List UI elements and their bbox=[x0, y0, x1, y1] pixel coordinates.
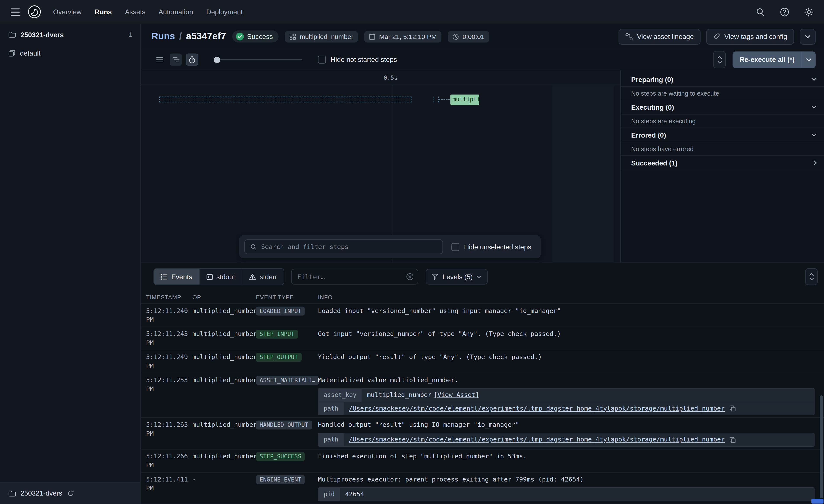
status-section-succeeded: Succeeded (1) bbox=[621, 156, 824, 170]
vertical-scrollbar-thumb[interactable] bbox=[820, 395, 823, 498]
log-row[interactable]: 5:12:11.240 PM multiplied_number LOADED_… bbox=[141, 304, 824, 327]
levels-dropdown[interactable]: Levels (5) bbox=[426, 269, 488, 285]
storage-path-link[interactable]: /Users/smackesey/stm/code/elementl/exper… bbox=[343, 404, 727, 413]
hide-not-started-checkbox[interactable]: Hide not started steps bbox=[318, 55, 397, 64]
step-search-box bbox=[244, 239, 443, 254]
tab-stdout[interactable]: stdout bbox=[199, 269, 242, 285]
status-section-preparing: Preparing (0) No steps are waiting to ex… bbox=[621, 73, 824, 100]
storage-path-link[interactable]: /Users/smackesey/stm/code/elementl/exper… bbox=[343, 435, 727, 444]
event-type-badge: ASSET_MATERIALI… bbox=[256, 376, 319, 385]
clear-filter-icon[interactable] bbox=[406, 273, 414, 280]
tab-stdout-label: stdout bbox=[216, 273, 235, 280]
log-row[interactable]: 5:12:11.249 PM multiplied_number STEP_OU… bbox=[141, 350, 824, 373]
section-title: Preparing (0) bbox=[631, 75, 673, 83]
nav-automation[interactable]: Automation bbox=[159, 8, 193, 16]
tab-events[interactable]: Events bbox=[154, 269, 199, 285]
view-asset-link[interactable]: [View Asset] bbox=[434, 391, 479, 399]
step-search-input[interactable] bbox=[261, 243, 437, 250]
re-execute-all-button[interactable]: Re-execute all (*) bbox=[733, 51, 801, 68]
slider-knob[interactable] bbox=[214, 56, 220, 63]
run-header-actions: View asset lineage View tags and config bbox=[619, 28, 816, 44]
view-tags-config-button[interactable]: View tags and config bbox=[706, 28, 794, 44]
view-tags-config-label: View tags and config bbox=[724, 32, 787, 40]
status-section-errored: Errored (0) No steps have errored bbox=[621, 128, 824, 156]
column-timestamp: TIMESTAMP bbox=[141, 294, 193, 300]
sidebar-footer[interactable]: 250321-dvers bbox=[0, 482, 140, 504]
run-status-badge: Success bbox=[232, 30, 279, 43]
copy-icon[interactable] bbox=[729, 436, 736, 443]
log-filter-input[interactable] bbox=[292, 273, 418, 280]
log-filter-box bbox=[291, 269, 418, 285]
log-row[interactable]: 5:12:11.253 PM multiplied_number ASSET_M… bbox=[141, 373, 824, 418]
log-row[interactable]: 5:12:11.243 PM multiplied_number STEP_IN… bbox=[141, 327, 824, 350]
tab-events-label: Events bbox=[171, 273, 192, 280]
section-title: Executing (0) bbox=[631, 103, 674, 111]
run-start-time: Mar 21, 5:12:10 PM bbox=[365, 31, 441, 42]
gantt-search-panel: Hide unselected steps bbox=[239, 235, 541, 258]
log-table-body: 5:12:11.240 PM multiplied_number LOADED_… bbox=[141, 304, 824, 504]
sidebar-item-default[interactable]: default bbox=[0, 45, 140, 61]
status-section-preparing-header[interactable]: Preparing (0) bbox=[621, 73, 824, 87]
folder-icon bbox=[8, 31, 16, 38]
gantt-mode-timed-icon[interactable] bbox=[186, 54, 198, 66]
chevron-down-icon bbox=[811, 133, 817, 137]
gantt-mode-waterfall-icon[interactable] bbox=[170, 54, 182, 66]
gantt-dashed-span bbox=[159, 97, 411, 103]
gantt-mode-flat-icon[interactable] bbox=[153, 54, 166, 66]
run-more-actions-button[interactable] bbox=[800, 28, 816, 44]
column-op: OP bbox=[192, 294, 256, 300]
sidebar-workspace-row[interactable]: 250321-dvers 1 bbox=[0, 24, 140, 45]
list-icon bbox=[161, 274, 168, 280]
refresh-icon[interactable] bbox=[67, 490, 74, 497]
status-section-executing-header[interactable]: Executing (0) bbox=[621, 100, 824, 115]
breadcrumb: Runs / a5347ef7 bbox=[151, 31, 226, 42]
checkbox-box[interactable] bbox=[318, 55, 326, 64]
status-section-succeeded-header[interactable]: Succeeded (1) bbox=[621, 156, 824, 170]
levels-label: Levels (5) bbox=[443, 273, 473, 280]
chevron-down-icon bbox=[811, 78, 817, 81]
run-status-label: Success bbox=[247, 32, 273, 40]
run-start-time-label: Mar 21, 5:12:10 PM bbox=[379, 33, 437, 40]
section-empty-message: No steps are executing bbox=[621, 114, 824, 128]
nav-assets[interactable]: Assets bbox=[125, 8, 145, 16]
horizontal-scrollbar-thumb[interactable] bbox=[811, 499, 824, 504]
asset-tag-label: multiplied_number bbox=[300, 33, 353, 40]
events-toolbar: Events stdout stderr bbox=[141, 263, 824, 290]
metadata-key: path bbox=[318, 433, 343, 447]
log-row[interactable]: 5:12:11.266 PM multiplied_number STEP_SU… bbox=[141, 450, 824, 473]
hide-unselected-checkbox[interactable]: Hide unselected steps bbox=[451, 243, 531, 251]
log-tabs: Events stdout stderr bbox=[153, 268, 285, 285]
gantt-step-bar-multiplied-number[interactable]: multipli… bbox=[450, 95, 479, 105]
asset-tag[interactable]: multiplied_number bbox=[285, 31, 358, 42]
dagster-logo-icon[interactable] bbox=[27, 5, 41, 19]
re-execute-options-button[interactable] bbox=[802, 51, 816, 68]
breadcrumb-runs-link[interactable]: Runs bbox=[151, 31, 175, 42]
copy-icon[interactable] bbox=[729, 405, 736, 412]
primary-nav: Overview Runs Assets Automation Deployme… bbox=[53, 8, 243, 16]
nav-runs[interactable]: Runs bbox=[95, 8, 112, 16]
nav-overview[interactable]: Overview bbox=[53, 8, 82, 16]
expand-log-panel-button[interactable] bbox=[805, 268, 818, 285]
checkbox-box[interactable] bbox=[451, 243, 459, 251]
events-panel: Events stdout stderr bbox=[141, 263, 824, 504]
status-section-errored-header[interactable]: Errored (0) bbox=[621, 128, 824, 142]
gantt-dash-connector bbox=[439, 99, 450, 100]
hamburger-menu-icon[interactable] bbox=[7, 5, 23, 19]
log-row[interactable]: 5:12:11.411 PM - ENGINE_EVENT Multiproce… bbox=[141, 473, 824, 504]
chevron-down-icon bbox=[811, 106, 817, 109]
metadata-path-row: path /Users/smackesey/stm/code/elementl/… bbox=[318, 433, 814, 447]
tab-stderr[interactable]: stderr bbox=[242, 269, 284, 285]
funnel-icon bbox=[432, 274, 438, 280]
log-row[interactable]: 5:12:11.263 PM multiplied_number HANDLED… bbox=[141, 418, 824, 450]
help-icon[interactable] bbox=[777, 4, 793, 20]
gantt-zoom-stepper-button[interactable] bbox=[713, 51, 726, 68]
gantt-zoom-slider[interactable] bbox=[214, 56, 302, 63]
column-event-type: EVENT TYPE bbox=[256, 294, 318, 300]
nav-deployment[interactable]: Deployment bbox=[206, 8, 243, 16]
view-asset-lineage-button[interactable]: View asset lineage bbox=[619, 28, 701, 44]
settings-gear-icon[interactable] bbox=[801, 4, 817, 20]
topnav-actions bbox=[752, 4, 817, 20]
search-icon bbox=[250, 243, 257, 250]
folder-icon bbox=[8, 490, 16, 496]
search-icon[interactable] bbox=[752, 4, 768, 20]
